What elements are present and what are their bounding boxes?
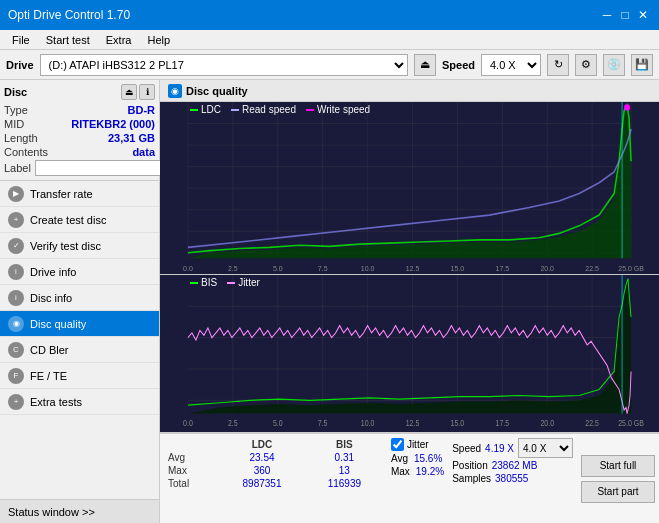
jitter-max-label: Max [391, 466, 410, 477]
extra-tests-icon: + [8, 394, 24, 410]
sidebar-item-fe-te[interactable]: F FE / TE [0, 363, 159, 389]
refresh-button[interactable]: ↻ [547, 54, 569, 76]
ldc-header: LDC [218, 438, 305, 451]
max-row: Max 360 13 [164, 464, 383, 477]
max-bis: 13 [306, 464, 383, 477]
sidebar-item-disc-quality[interactable]: ◉ Disc quality [0, 311, 159, 337]
fe-te-icon: F [8, 368, 24, 384]
contents-value: data [132, 146, 155, 158]
sidebar-item-label: Disc quality [30, 318, 86, 330]
contents-label: Contents [4, 146, 48, 158]
chart2-svg: 0.0 2.5 5.0 7.5 10.0 12.5 15.0 17.5 20.0… [160, 275, 659, 432]
bis-color-dot [190, 282, 198, 284]
jitter-label: Jitter [407, 439, 429, 450]
avg-bis: 0.31 [306, 451, 383, 464]
drive-info-icon: i [8, 264, 24, 280]
svg-text:0.0: 0.0 [183, 418, 193, 428]
jitter-color-dot [227, 282, 235, 284]
sidebar-item-drive-info[interactable]: i Drive info [0, 259, 159, 285]
sidebar-item-label: FE / TE [30, 370, 67, 382]
close-button[interactable]: ✕ [635, 7, 651, 23]
svg-text:12.5: 12.5 [406, 264, 420, 273]
disc-panel: Disc ⏏ ℹ Type BD-R MID RITEKBR2 (000) Le… [0, 80, 159, 181]
drive-select[interactable]: (D:) ATAPI iHBS312 2 PL17 [40, 54, 408, 76]
speed-value-row: Speed 4.19 X 4.0 X [452, 438, 573, 458]
label-input[interactable] [35, 160, 168, 176]
length-value: 23,31 GB [108, 132, 155, 144]
menu-help[interactable]: Help [139, 32, 178, 48]
sidebar-item-transfer-rate[interactable]: ▶ Transfer rate [0, 181, 159, 207]
ldc-color-dot [190, 109, 198, 111]
sidebar-item-verify-test-disc[interactable]: ✓ Verify test disc [0, 233, 159, 259]
jitter-avg-value: 15.6% [414, 453, 442, 464]
sidebar-item-extra-tests[interactable]: + Extra tests [0, 389, 159, 415]
disc-info-icon: i [8, 290, 24, 306]
mid-label: MID [4, 118, 24, 130]
settings-button[interactable]: ⚙ [575, 54, 597, 76]
svg-text:0.0: 0.0 [183, 264, 193, 273]
stats-buttons: Start full Start part [581, 438, 655, 519]
menu-extra[interactable]: Extra [98, 32, 140, 48]
chart1-container: LDC Read speed Write speed 400 350 300 [160, 102, 659, 275]
legend-read-speed: Read speed [231, 104, 296, 115]
svg-text:7.5: 7.5 [318, 264, 328, 273]
legend-ldc: LDC [190, 104, 221, 115]
sidebar-item-create-test-disc[interactable]: + Create test disc [0, 207, 159, 233]
svg-text:10.0: 10.0 [361, 264, 375, 273]
disc-info-icon[interactable]: ℹ [139, 84, 155, 100]
disc-eject-icon[interactable]: ⏏ [121, 84, 137, 100]
menu-start-test[interactable]: Start test [38, 32, 98, 48]
label-field: Label [4, 162, 31, 174]
svg-text:10.0: 10.0 [361, 418, 375, 428]
drive-label: Drive [6, 59, 34, 71]
start-full-button[interactable]: Start full [581, 455, 655, 477]
type-label: Type [4, 104, 28, 116]
maximize-button[interactable]: □ [617, 7, 633, 23]
sidebar-item-cd-bler[interactable]: C CD Bler [0, 337, 159, 363]
svg-text:2.5: 2.5 [228, 264, 238, 273]
sidebar-item-disc-info[interactable]: i Disc info [0, 285, 159, 311]
status-window-button[interactable]: Status window >> [0, 499, 159, 523]
speed-select-small[interactable]: 4.0 X [518, 438, 573, 458]
app-title: Opti Drive Control 1.70 [8, 8, 130, 22]
svg-text:20.0: 20.0 [540, 418, 554, 428]
start-part-button[interactable]: Start part [581, 481, 655, 503]
total-row: Total 8987351 116939 [164, 477, 383, 490]
sidebar-item-label: Extra tests [30, 396, 82, 408]
eject-button[interactable]: ⏏ [414, 54, 436, 76]
disc-btn[interactable]: 💿 [603, 54, 625, 76]
speed-section: Speed 4.19 X 4.0 X Position 23862 MB Sam… [452, 438, 573, 519]
samples-value: 380555 [495, 473, 528, 484]
title-bar: Opti Drive Control 1.70 ─ □ ✕ [0, 0, 659, 30]
window-controls: ─ □ ✕ [599, 7, 651, 23]
speed-select[interactable]: 4.0 X [481, 54, 541, 76]
max-ldc: 360 [218, 464, 305, 477]
cd-bler-icon: C [8, 342, 24, 358]
svg-text:22.5: 22.5 [585, 264, 599, 273]
jitter-max-row: Max 19.2% [391, 466, 444, 477]
position-label: Position [452, 460, 488, 471]
svg-text:22.5: 22.5 [585, 418, 599, 428]
svg-text:20.0: 20.0 [540, 264, 554, 273]
jitter-checkbox[interactable] [391, 438, 404, 451]
main-content: ◉ Disc quality LDC Read speed [160, 80, 659, 523]
mid-value: RITEKBR2 (000) [71, 118, 155, 130]
legend-jitter: Jitter [227, 277, 260, 288]
minimize-button[interactable]: ─ [599, 7, 615, 23]
svg-text:5.0: 5.0 [273, 418, 283, 428]
disc-quality-icon: ◉ [8, 316, 24, 332]
svg-text:12.5: 12.5 [406, 418, 420, 428]
total-ldc: 8987351 [218, 477, 305, 490]
ldc-bis-table: LDC BIS Avg 23.54 0.31 Max 360 [164, 438, 383, 519]
position-row: Position 23862 MB [452, 460, 573, 471]
sidebar-item-label: Verify test disc [30, 240, 101, 252]
legend-write-speed: Write speed [306, 104, 370, 115]
legend-bis: BIS [190, 277, 217, 288]
menu-file[interactable]: File [4, 32, 38, 48]
drive-bar: Drive (D:) ATAPI iHBS312 2 PL17 ⏏ Speed … [0, 50, 659, 80]
write-speed-color-dot [306, 109, 314, 111]
save-button[interactable]: 💾 [631, 54, 653, 76]
chart2-container: BIS Jitter 20 15 10 5 20% 16 [160, 275, 659, 433]
menu-bar: File Start test Extra Help [0, 30, 659, 50]
svg-text:25.0 GB: 25.0 GB [618, 418, 644, 428]
